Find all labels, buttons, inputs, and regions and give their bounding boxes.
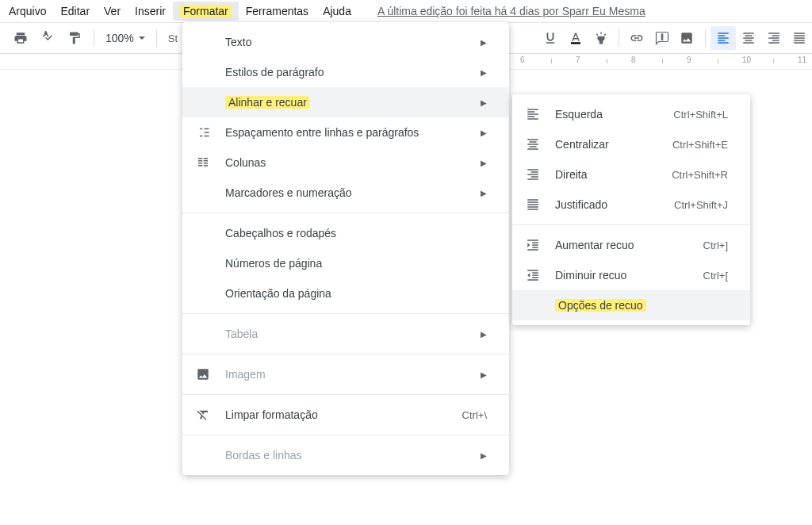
svg-rect-0 [571, 42, 580, 44]
menu-cabecalhos[interactable]: Cabeçalhos e rodapés [182, 218, 509, 248]
text-color-icon [569, 31, 583, 45]
insert-link-button[interactable] [624, 26, 649, 50]
menu-marcadores[interactable]: Marcadores e numeração▶ [182, 178, 509, 208]
submenu-direita[interactable]: Direita Ctrl+Shift+R [512, 159, 750, 190]
submenu-opcoes-recuo[interactable]: Opções de recuo [512, 290, 750, 320]
align-right-button[interactable] [761, 26, 787, 50]
highlight-icon [594, 31, 608, 45]
print-icon [13, 31, 28, 45]
menu-imagem: Imagem▶ [182, 359, 509, 389]
align-left-icon [716, 31, 730, 45]
zoom-dropdown[interactable]: 100% [101, 32, 150, 44]
last-edit-link[interactable]: A última edição foi feita há 4 dias por … [377, 5, 645, 17]
insert-image-button[interactable] [675, 26, 700, 50]
toolbar-separator [705, 29, 706, 47]
linespacing-icon [193, 125, 213, 140]
insert-comment-button[interactable] [649, 26, 675, 50]
align-justify-icon [523, 197, 542, 212]
toolbar-separator [94, 29, 94, 47]
submenu-centralizar[interactable]: Centralizar Ctrl+Shift+E [512, 129, 750, 159]
toolbar-separator [156, 29, 157, 47]
align-justify-icon [792, 31, 806, 45]
menu-orientacao[interactable]: Orientação da página [182, 278, 509, 308]
menu-colunas[interactable]: Colunas▶ [182, 148, 509, 178]
zoom-value: 100% [105, 32, 134, 44]
spellcheck-button[interactable] [35, 26, 60, 50]
align-right-icon [523, 167, 542, 182]
align-justify-button[interactable] [787, 26, 812, 50]
submenu-esquerda[interactable]: Esquerda Ctrl+Shift+L [512, 99, 750, 129]
align-right-icon [767, 31, 781, 45]
link-icon [630, 31, 644, 45]
toolbar-separator [619, 29, 619, 47]
menu-bordas-linhas: Bordas e linhas▶ [182, 440, 509, 470]
submenu-aumentar-recuo[interactable]: Aumentar recuo Ctrl+] [512, 230, 750, 260]
menu-tabela: Tabela▶ [182, 319, 509, 349]
align-center-button[interactable] [736, 26, 761, 50]
underline-icon [543, 31, 557, 45]
paint-roller-icon [67, 31, 82, 45]
caret-down-icon [139, 36, 145, 40]
menu-estilos-paragrafo[interactable]: Estilos de parágrafo▶ [182, 57, 509, 87]
highlight-button[interactable] [588, 26, 614, 50]
submenu-justificado[interactable]: Justificado Ctrl+Shift+J [512, 190, 750, 220]
menubar: Arquivo Editar Ver Inserir Formatar Ferr… [0, 0, 812, 22]
menu-ajuda[interactable]: Ajuda [316, 2, 358, 21]
spellcheck-icon [40, 31, 55, 45]
print-button[interactable] [8, 26, 33, 50]
indent-decrease-icon [523, 268, 542, 282]
menu-texto[interactable]: Texto▶ [182, 27, 509, 57]
menu-inserir[interactable]: Inserir [128, 2, 173, 21]
columns-icon [193, 155, 213, 170]
text-color-button[interactable] [563, 26, 588, 50]
menu-formatar[interactable]: Formatar [173, 2, 239, 21]
align-center-icon [741, 31, 756, 45]
styles-dropdown[interactable]: St [163, 33, 178, 44]
menu-numeros-pagina[interactable]: Números de página [182, 248, 509, 278]
menu-arquivo[interactable]: Arquivo [2, 2, 53, 21]
menu-ferramentas[interactable]: Ferramentas [239, 2, 316, 21]
menu-limpar-formatacao[interactable]: Limpar formatação Ctrl+\ [182, 400, 509, 430]
menu-ver[interactable]: Ver [97, 2, 128, 21]
menu-alinhar-recuar[interactable]: Alinhar e recuar▶ [182, 87, 509, 117]
clear-format-icon [193, 408, 213, 422]
menu-editar[interactable]: Editar [53, 2, 97, 21]
align-left-icon [523, 107, 542, 121]
align-left-button[interactable] [710, 26, 736, 50]
image-icon [680, 31, 694, 45]
align-center-icon [523, 137, 542, 151]
indent-increase-icon [523, 238, 542, 252]
submenu-diminuir-recuo[interactable]: Diminuir recuo Ctrl+[ [512, 260, 750, 290]
format-menu-dropdown: Texto▶ Estilos de parágrafo▶ Alinhar e r… [182, 22, 509, 475]
align-submenu-dropdown: Esquerda Ctrl+Shift+L Centralizar Ctrl+S… [512, 94, 750, 325]
menu-espacamento[interactable]: Espaçamento entre linhas e parágrafos▶ [182, 117, 509, 148]
paint-format-button[interactable] [62, 26, 87, 50]
underline-button[interactable] [538, 26, 563, 50]
comment-icon [655, 31, 669, 45]
image-icon [193, 367, 213, 381]
